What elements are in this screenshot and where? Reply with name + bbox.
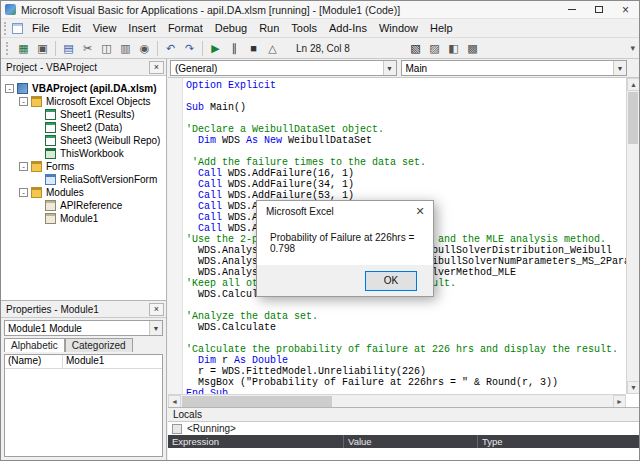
menu-window[interactable]: Window (373, 20, 424, 36)
view-excel-icon[interactable]: ▦ (15, 40, 32, 57)
locals-context-label: <Running> (187, 423, 236, 434)
object-browser-icon[interactable]: ◧ (445, 40, 462, 57)
break-icon[interactable]: ∥ (226, 40, 243, 57)
save-icon[interactable]: ▤ (60, 40, 77, 57)
project-explorer-icon[interactable]: ▧ (407, 40, 424, 57)
horizontal-scroll-thumb[interactable] (182, 396, 332, 407)
form-icon (45, 174, 56, 185)
redo-icon[interactable]: ↷ (181, 40, 198, 57)
menu-format[interactable]: Format (162, 20, 209, 36)
tree-item-module1[interactable]: Module1 (1, 212, 166, 225)
tree-expander-icon[interactable]: - (19, 97, 28, 106)
menu-tools[interactable]: Tools (285, 20, 323, 36)
menu-insert[interactable]: Insert (122, 20, 162, 36)
locals-column-value[interactable]: Value (344, 435, 478, 448)
reset-icon[interactable]: ■ (245, 40, 262, 57)
locals-column-type[interactable]: Type (478, 435, 639, 448)
menu-view[interactable]: View (87, 20, 123, 36)
tree-item-modules[interactable]: -Modules (1, 186, 166, 199)
code-line: Option Explicit (186, 80, 626, 91)
properties-grid: (Name)Module1 (4, 354, 163, 457)
tree-item-label: Microsoft Excel Objects (46, 96, 150, 107)
vba-app-icon (5, 4, 16, 15)
toolbar-grip (6, 42, 11, 55)
minimize-button[interactable] (558, 1, 585, 18)
scroll-down-arrow[interactable]: ▼ (627, 381, 640, 394)
module-icon (45, 213, 56, 224)
locals-panel-title: Locals (173, 409, 202, 420)
maximize-button[interactable] (585, 1, 612, 18)
property-value[interactable]: Module1 (63, 355, 162, 368)
insert-userform-icon[interactable]: ▣ (34, 40, 51, 57)
copy-icon[interactable]: ◫ (98, 40, 115, 57)
properties-window-icon[interactable]: ▨ (426, 40, 443, 57)
locals-context-row: <Running> (168, 422, 639, 435)
project-close-button[interactable]: × (149, 61, 164, 74)
tree-item-microsoft-excel-objects[interactable]: -Microsoft Excel Objects (1, 95, 166, 108)
module-window-icon[interactable] (12, 23, 23, 34)
locals-column-expression[interactable]: Expression (168, 435, 344, 448)
chevron-down-icon[interactable]: ▼ (149, 321, 162, 335)
sheet-icon (45, 135, 56, 146)
property-row[interactable]: (Name)Module1 (5, 355, 162, 369)
tree-item-label: Module1 (60, 213, 98, 224)
cut-icon[interactable]: ✂ (79, 40, 96, 57)
chevron-down-icon[interactable]: ▼ (383, 61, 396, 75)
scroll-right-arrow[interactable]: ► (613, 395, 626, 408)
menu-file[interactable]: File (26, 20, 56, 36)
chevron-down-icon[interactable]: ▼ (613, 61, 626, 75)
code-combo-row: (General) ▼ Main ▼ (168, 59, 639, 78)
tree-item-label: Sheet2 (Data) (60, 122, 122, 133)
code-margin-bar[interactable] (168, 78, 183, 394)
toolbox-icon[interactable]: ▩ (464, 40, 481, 57)
tree-expander-icon[interactable]: - (5, 84, 14, 93)
tree-expander-icon[interactable]: - (19, 162, 28, 171)
menu-help[interactable]: Help (424, 20, 459, 36)
toolbar-options-chevron[interactable]: ▾ (630, 43, 635, 53)
ok-button[interactable]: OK (365, 271, 417, 291)
tree-item-apireference[interactable]: APIReference (1, 199, 166, 212)
tab-categorized[interactable]: Categorized (65, 338, 133, 352)
tree-item-label: Forms (46, 161, 74, 172)
tree-expander-icon[interactable]: - (19, 188, 28, 197)
procedure-dropdown-label: Main (406, 63, 428, 74)
msgbox-close-button[interactable]: ✕ (407, 201, 433, 221)
tree-item-sheet3-weibull-repo[interactable]: Sheet3 (Weibull Repo) (1, 134, 166, 147)
tree-item-sheet2-data[interactable]: Sheet2 (Data) (1, 121, 166, 134)
title-bar: Microsoft Visual Basic for Applications … (1, 1, 639, 19)
undo-icon[interactable]: ↶ (162, 40, 179, 57)
run-icon[interactable]: ▶ (207, 40, 224, 57)
code-vertical-scrollbar[interactable]: ▲ ▼ (626, 78, 639, 394)
code-line: 'Add the failure times to the data set. (186, 157, 626, 168)
close-button[interactable]: × (612, 1, 639, 18)
tree-item-vbaproject-apii-da-xlsm[interactable]: -VBAProject (apiI.DA.xlsm) (1, 82, 166, 95)
design-mode-icon[interactable]: △ (264, 40, 281, 57)
find-icon[interactable]: ◉ (136, 40, 153, 57)
locals-panel: Locals <Running> ExpressionValueType (168, 407, 639, 460)
properties-panel-title: Properties - Module1 (6, 304, 149, 315)
tree-item-thisworkbook[interactable]: ThisWorkbook (1, 147, 166, 160)
tree-item-reliasoftversionform[interactable]: ReliaSoftVersionForm (1, 173, 166, 186)
object-dropdown[interactable]: (General) ▼ (170, 60, 397, 76)
properties-object-combo[interactable]: Module1 Module ▼ (4, 320, 163, 336)
code-horizontal-scrollbar[interactable]: ◄ ► (168, 394, 626, 407)
vertical-scroll-thumb[interactable] (628, 92, 638, 144)
locals-grid-header: ExpressionValueType (168, 435, 639, 448)
properties-close-button[interactable]: × (149, 303, 164, 316)
scroll-up-arrow[interactable]: ▲ (627, 78, 640, 91)
paste-icon[interactable]: ▥ (117, 40, 134, 57)
procedure-dropdown[interactable]: Main ▼ (401, 60, 628, 76)
tree-item-sheet1-results[interactable]: Sheet1 (Results) (1, 108, 166, 121)
code-line: Dim r As Double (186, 355, 626, 366)
code-line (186, 146, 626, 157)
code-line: Dim WDS As New WeibullDataSet (186, 135, 626, 146)
tree-item-forms[interactable]: -Forms (1, 160, 166, 173)
scroll-left-arrow[interactable]: ◄ (168, 395, 181, 408)
menu-edit[interactable]: Edit (56, 20, 87, 36)
tab-alphabetic[interactable]: Alphabetic (4, 338, 65, 352)
calc-stack-icon[interactable] (172, 424, 182, 434)
locals-panel-header: Locals (168, 408, 639, 422)
menu-debug[interactable]: Debug (209, 20, 253, 36)
menu-run[interactable]: Run (253, 20, 285, 36)
menu-add-ins[interactable]: Add-Ins (323, 20, 373, 36)
